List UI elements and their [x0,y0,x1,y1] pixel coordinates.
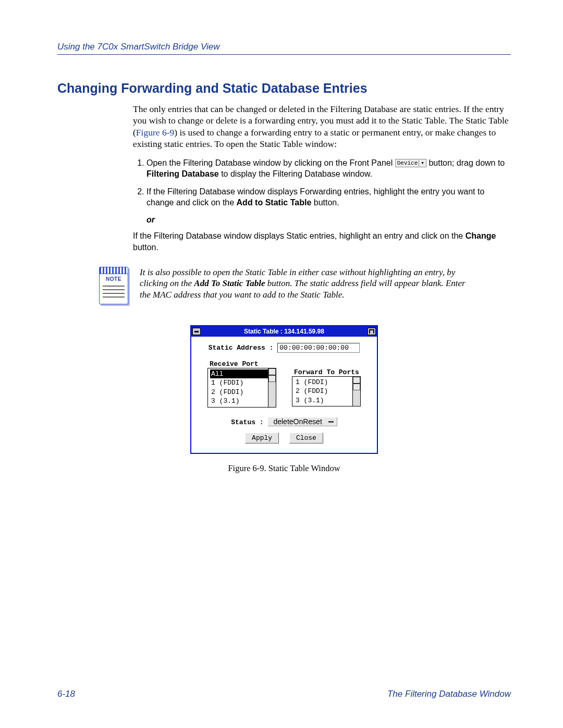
list-item[interactable]: 3 (3.1) [296,396,352,405]
apply-button[interactable]: Apply [245,433,279,443]
static-table-window: Static Table : 134.141.59.98 Static Addr… [190,325,378,454]
scrollbar[interactable] [268,368,276,407]
intro-paragraph: The only entries that can be changed or … [133,103,511,150]
forward-to-ports-listbox[interactable]: 1 (FDDI) 2 (FDDI) 3 (3.1) [292,376,361,407]
figure-caption: Figure 6-9. Static Table Window [190,463,378,474]
device-button-label: Device [397,160,418,166]
step-1-bold: Filtering Database [146,169,219,178]
list-item[interactable]: 2 (FDDI) [296,387,352,396]
step-2b: button. [311,198,339,207]
list-item[interactable]: All [210,369,268,379]
device-dropdown-button[interactable]: Device▾ [395,159,426,167]
static-address-input[interactable] [277,343,360,353]
step-2: If the Filtering Database window display… [146,186,511,208]
note-text: It is also possible to open the Static T… [140,267,468,301]
window-menu-icon[interactable] [192,328,201,335]
step-2-alt-b: button. [133,243,158,252]
step-1b: button; drag down to [426,158,505,167]
footer-section: The Filtering Database Window [387,689,511,699]
step-2-alt-bold: Change [466,231,496,240]
header-rule [57,54,511,55]
forward-to-ports-label: Forward To Ports [292,368,361,376]
note-icon: NOTE [99,267,130,304]
receive-port-label: Receive Port [207,360,276,368]
titlebar[interactable]: Static Table : 134.141.59.98 [191,326,377,337]
chevron-down-icon: ▾ [419,160,424,166]
scroll-up-icon[interactable] [268,368,276,375]
step-2-bold: Add to Static Table [237,198,312,207]
or-separator: or [146,215,511,225]
close-button[interactable]: Close [289,433,323,443]
static-address-label: Static Address : [209,344,274,352]
page-number: 6-18 [57,689,75,699]
status-dropdown[interactable]: deleteOnReset [267,417,337,426]
receive-port-listbox[interactable]: All 1 (FDDI) 2 (FDDI) 3 (3.1) [207,368,276,408]
list-item[interactable]: 1 (FDDI) [211,378,268,388]
scrollbar[interactable] [352,377,360,406]
list-item[interactable]: 1 (FDDI) [296,378,352,387]
step-1c: to display the Filtering Database window… [219,169,372,178]
scroll-up-icon[interactable] [353,377,360,384]
step-1a: Open the Filtering Database window by cl… [146,158,395,167]
scroll-down-icon[interactable] [268,375,276,382]
running-header: Using the 7C0x SmartSwitch Bridge View [57,42,511,52]
list-item[interactable]: 3 (3.1) [211,397,268,406]
window-title: Static Table : 134.141.59.98 [202,328,366,335]
list-item[interactable]: 2 (FDDI) [211,388,268,397]
note-text-bold: Add To Static Table [194,278,265,288]
step-2-alt: If the Filtering Database window display… [133,230,511,253]
maximize-icon[interactable] [368,328,376,335]
status-label: Status : [231,418,263,426]
figure-ref-link[interactable]: Figure 6-9 [136,127,174,138]
step-2-alt-a: If the Filtering Database window display… [133,231,466,240]
section-heading: Changing Forwarding and Static Database … [57,81,511,96]
scroll-down-icon[interactable] [353,384,360,390]
intro-text-b: ) is used to change a forwarding entry t… [133,127,496,149]
step-1: Open the Filtering Database window by cl… [146,157,511,180]
note-label: NOTE [100,274,128,283]
